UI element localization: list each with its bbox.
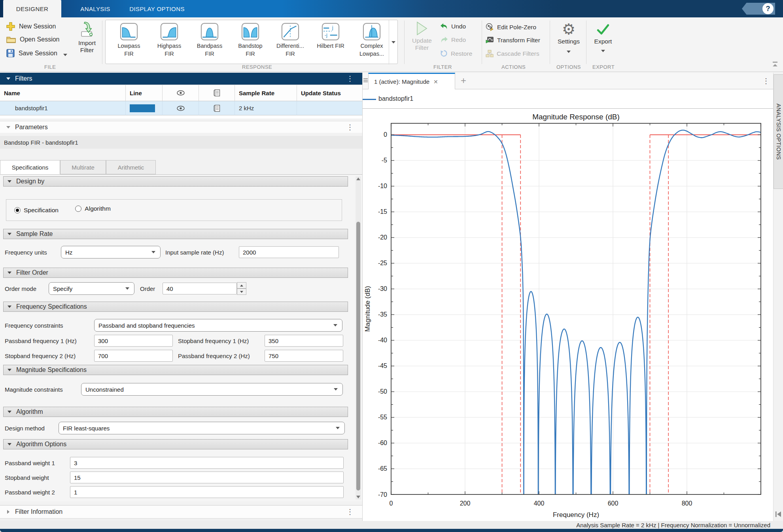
column-header-update-status[interactable]: Update Status xyxy=(297,85,362,101)
parameters-menu-icon[interactable]: ⋮ xyxy=(346,124,354,131)
response-type-label: Hilbert FIR xyxy=(312,42,350,50)
response-type-highpass[interactable]: HighpassFIR xyxy=(150,23,188,58)
frequency-units-dropdown[interactable]: Hz xyxy=(61,246,161,258)
restore-button[interactable]: Restore xyxy=(440,50,472,57)
update-filter-button[interactable]: Update Filter xyxy=(407,21,437,51)
filter-row-visibility[interactable] xyxy=(163,101,199,115)
stopband-frequency-1-field[interactable]: 350 xyxy=(265,335,343,347)
open-session-button[interactable]: Open Session xyxy=(6,36,60,43)
figure-tab-magnitude[interactable]: 1 (active): Magnitude ✕ xyxy=(368,73,455,89)
passband-weight-1-field[interactable]: 3 xyxy=(70,457,344,469)
design-by-header-label: Design by xyxy=(16,178,44,185)
collapse-panel-icon[interactable] xyxy=(775,511,782,518)
tab-arithmetic[interactable]: Arithmetic xyxy=(106,160,156,174)
response-type-bandpass[interactable]: BandpassFIR xyxy=(191,23,229,58)
filter-information-menu-icon[interactable]: ⋮ xyxy=(346,508,354,515)
frequency-constraints-label: Frequency constraints xyxy=(5,319,63,331)
magnitude-response-plot[interactable]: 02004006008000-5-10-15-20-25-30-35-40-45… xyxy=(363,109,774,521)
stopband-weight-field[interactable]: 15 xyxy=(70,472,344,483)
radio-specification[interactable]: Specification xyxy=(14,207,59,214)
save-session-dropdown-icon[interactable] xyxy=(63,54,67,56)
add-tab-button[interactable]: + xyxy=(461,75,466,86)
scrollbar-thumb[interactable] xyxy=(356,222,360,490)
legend-label[interactable]: bandstopfir1 xyxy=(378,95,413,102)
passband-frequency-1-field[interactable]: 300 xyxy=(94,335,173,347)
section-frequency-specifications[interactable]: Frequency Specifications xyxy=(3,302,348,312)
tab-specifications[interactable]: Specifications xyxy=(0,160,60,174)
save-session-button[interactable]: Save Session xyxy=(6,49,57,57)
response-type-hilbert[interactable]: j-jHilbert FIR xyxy=(312,23,350,50)
filter-row-line[interactable] xyxy=(126,101,163,115)
analysis-options-tab[interactable]: ANALYSIS OPTIONS xyxy=(774,74,783,189)
passband-weight-2-field[interactable]: 1 xyxy=(70,486,344,498)
section-design-by[interactable]: Design by xyxy=(3,176,348,187)
design-method-dropdown[interactable]: FIR least-squares xyxy=(59,422,345,434)
collapse-triangle-icon xyxy=(8,233,11,235)
section-filter-order[interactable]: Filter Order xyxy=(3,268,348,278)
radio-algorithm[interactable]: Algorithm xyxy=(75,205,110,212)
input-sample-rate-field[interactable]: 2000 xyxy=(239,246,339,258)
new-session-button[interactable]: New Session xyxy=(6,22,56,31)
status-text: Analysis Sample Rate = 2 kHz | Frequency… xyxy=(576,522,770,528)
order-spinner-down[interactable] xyxy=(237,289,246,295)
filter-row-update-status[interactable] xyxy=(297,101,362,115)
filters-panel-header[interactable]: Filters ⋮ xyxy=(0,73,362,85)
order-field[interactable]: 40 xyxy=(163,283,237,294)
column-header-sample-rate[interactable]: Sample Rate xyxy=(235,85,297,101)
response-type-bandstop[interactable]: BandstopFIR xyxy=(231,23,269,58)
redo-button[interactable]: Redo xyxy=(440,36,466,43)
order-spinner-up[interactable] xyxy=(237,282,246,289)
column-header-info[interactable] xyxy=(199,85,235,101)
drag-grip-icon[interactable] xyxy=(363,78,368,83)
response-type-complex-lowpass[interactable]: ComplexLowpas... xyxy=(353,23,391,58)
passband-frequency-2-field[interactable]: 750 xyxy=(265,350,343,362)
figure-menu-icon[interactable]: ⋮ xyxy=(762,77,770,85)
frequency-constraints-dropdown[interactable]: Passband and stopband frequencies xyxy=(94,319,342,332)
edit-pole-zero-button[interactable]: Edit Pole-Zero xyxy=(486,23,536,31)
filters-menu-icon[interactable]: ⋮ xyxy=(346,75,354,82)
transform-filter-button[interactable]: Transform Filter xyxy=(486,36,540,44)
cascade-filters-button[interactable]: Cascade Filters xyxy=(486,50,539,57)
analysis-options-strip: ANALYSIS OPTIONS xyxy=(773,73,783,521)
tab-multirate[interactable]: Multirate xyxy=(60,160,106,174)
section-magnitude-specifications[interactable]: Magnitude Specifications xyxy=(3,365,348,375)
filter-row-info[interactable] xyxy=(199,101,235,115)
filter-row-name[interactable]: bandstopfir1 xyxy=(0,101,126,115)
section-algorithm-options[interactable]: Algorithm Options xyxy=(3,439,348,449)
scroll-up-icon[interactable] xyxy=(356,177,360,180)
tab-analysis[interactable]: ANALYSIS xyxy=(76,0,114,17)
column-header-visibility[interactable] xyxy=(163,85,199,101)
save-floppy-icon xyxy=(6,49,15,57)
parameters-panel-header[interactable]: Parameters ⋮ xyxy=(0,121,362,133)
filter-information-header[interactable]: Filter Information ⋮ xyxy=(0,505,362,519)
section-algorithm[interactable]: Algorithm xyxy=(3,407,348,417)
tab-display-options[interactable]: DISPLAY OPTIONS xyxy=(127,0,187,17)
export-check-icon xyxy=(596,23,610,36)
stopband-frequency-2-field[interactable]: 700 xyxy=(94,350,173,362)
sample-rate-header-label: Sample Rate xyxy=(16,230,53,238)
svg-text:-65: -65 xyxy=(378,465,387,472)
svg-text:600: 600 xyxy=(608,500,618,507)
scroll-down-icon[interactable] xyxy=(356,496,360,498)
collapse-triangle-icon xyxy=(8,272,11,274)
column-header-name[interactable]: Name xyxy=(0,85,126,101)
svg-text:-5: -5 xyxy=(382,157,387,164)
filter-row-sample-rate[interactable]: 2 kHz xyxy=(235,101,297,115)
import-filter-button[interactable]: Import Filter xyxy=(74,21,100,54)
undo-button[interactable]: Undo xyxy=(440,23,466,30)
response-type-differentiator[interactable]: Differenti...FIR xyxy=(271,23,309,58)
response-type-label: BandstopFIR xyxy=(231,42,269,58)
settings-button[interactable]: ⚙ Settings xyxy=(553,21,584,55)
order-mode-dropdown[interactable]: Specify xyxy=(49,282,134,295)
column-header-line[interactable]: Line xyxy=(126,85,163,101)
magnitude-constraints-dropdown[interactable]: Unconstrained xyxy=(81,383,343,396)
close-tab-icon[interactable]: ✕ xyxy=(433,79,438,85)
parameters-scrollbar[interactable] xyxy=(356,176,361,500)
section-sample-rate[interactable]: Sample Rate xyxy=(3,229,348,239)
help-button[interactable]: ? xyxy=(742,3,775,15)
export-button[interactable]: Export xyxy=(589,21,617,54)
collapse-ribbon-icon[interactable] xyxy=(772,62,778,67)
open-session-label: Open Session xyxy=(20,36,60,43)
tab-designer[interactable]: DESIGNER xyxy=(3,0,61,17)
response-type-lowpass[interactable]: LowpassFIR xyxy=(110,23,148,58)
